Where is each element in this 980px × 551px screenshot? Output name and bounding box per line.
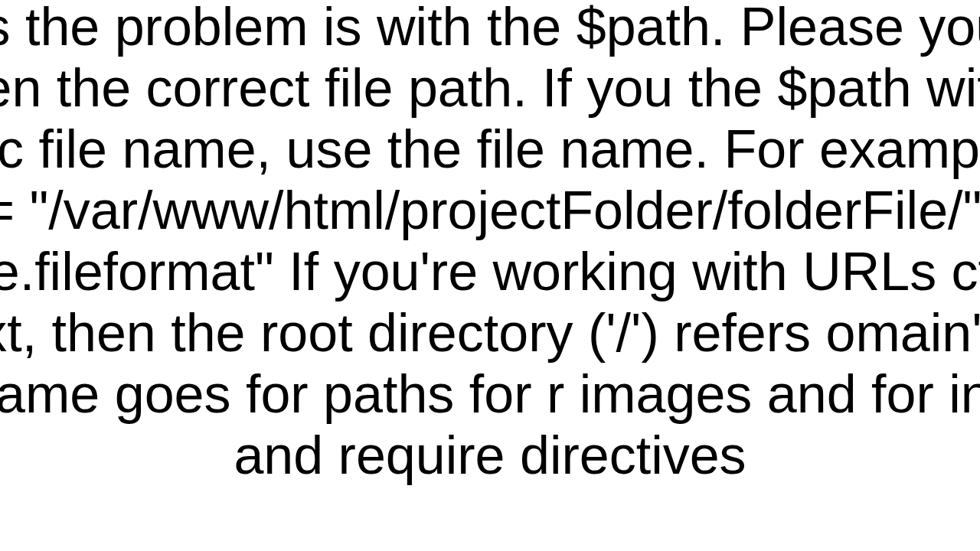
document-body-text: Seems the problem is with the $path. Ple… <box>0 0 980 486</box>
